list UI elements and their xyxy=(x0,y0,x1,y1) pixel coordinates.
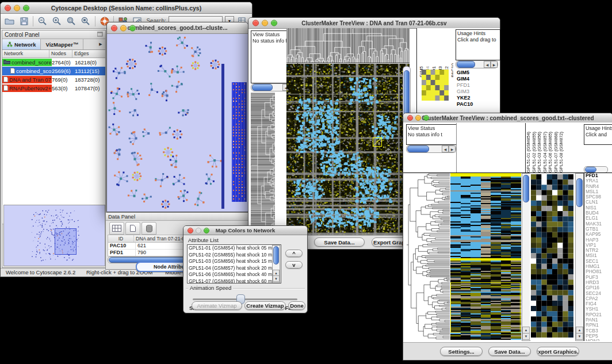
treeview-action-button[interactable]: Settings... xyxy=(440,347,483,356)
scrollbar-thumb[interactable] xyxy=(407,145,429,152)
row-dendrogram-canvas[interactable] xyxy=(251,93,275,240)
network-view-title: combined_scores_good.txt--cluste... xyxy=(128,25,228,31)
create-vizmap-button[interactable]: Create Vizmap xyxy=(244,301,286,310)
close-button[interactable] xyxy=(407,115,413,121)
scrollbar-thumb[interactable] xyxy=(273,246,279,265)
treeview2-window: ClusterMaker TreeView : combined_scores_… xyxy=(403,113,612,361)
treeview2-titlebar[interactable]: ClusterMaker TreeView : combined_scores_… xyxy=(403,113,612,123)
usage-hints-hscrollbar[interactable]: ◀ ▶ xyxy=(456,60,498,68)
scrollbar-thumb[interactable] xyxy=(585,167,596,173)
network-overview-panel[interactable] xyxy=(3,205,105,266)
window-controls xyxy=(5,5,29,11)
scroll-right-icon[interactable]: ▶ xyxy=(491,61,498,68)
move-down-button[interactable]: v xyxy=(285,261,303,269)
row-dendrogram-canvas[interactable] xyxy=(406,173,450,340)
zoom-out-icon[interactable] xyxy=(37,16,48,26)
animation-speed-slider[interactable] xyxy=(193,298,297,300)
minimize-button[interactable] xyxy=(14,5,20,11)
column-dendrogram-canvas[interactable] xyxy=(286,28,410,63)
treeview2-column-labels: GPL51-01 (GSM854)GPL51-02 (GSM855)GPL51-… xyxy=(525,123,568,173)
done-button[interactable]: Done xyxy=(288,301,305,310)
network-tab-icon xyxy=(7,41,13,47)
network-view-titlebar[interactable]: combined_scores_good.txt--cluste... xyxy=(107,22,248,34)
scroll-down-icon[interactable]: ▼ xyxy=(522,333,530,340)
save-icon[interactable] xyxy=(18,16,29,26)
tab-vizmapper[interactable]: VizMapper™ xyxy=(41,39,83,49)
zoom-in-icon[interactable] xyxy=(51,16,62,26)
move-up-button[interactable]: ^ xyxy=(285,250,303,257)
treeview-action-button[interactable]: Save Data... xyxy=(314,237,365,247)
scroll-down-icon[interactable]: ▼ xyxy=(273,275,280,282)
treeview1-title: ClusterMaker TreeView : DNA and Tran 07-… xyxy=(301,20,446,26)
attribute-item[interactable]: GPL51-02 (GSM855) heat shock 10 min xyxy=(188,252,281,259)
scroll-right-icon[interactable]: ▶ xyxy=(449,145,456,152)
gene-label[interactable]: YKE2 xyxy=(457,95,497,101)
gene-label[interactable]: GIM3 xyxy=(457,89,497,95)
network-row[interactable]: DNA and Tran 07 769(0) 183728(0) xyxy=(2,75,105,84)
dialog-titlebar[interactable]: Map Colors to Network xyxy=(183,226,307,235)
zoom-button[interactable] xyxy=(423,115,429,121)
float-panel-icon[interactable] xyxy=(97,32,103,38)
scroll-left-icon[interactable]: ◀ xyxy=(442,145,449,152)
gene-label[interactable]: MON2 xyxy=(586,339,612,341)
animation-speed-label: Animation Speed xyxy=(188,285,233,291)
scrollbar-thumb[interactable] xyxy=(523,175,529,202)
open-file-icon[interactable] xyxy=(4,16,15,26)
treeview1-titlebar[interactable]: ClusterMaker TreeView : DNA and Tran 07-… xyxy=(248,18,500,29)
zoom-selected-icon[interactable] xyxy=(81,16,91,26)
scrollbar-thumb[interactable] xyxy=(576,178,583,207)
scrollbar-thumb[interactable] xyxy=(252,84,273,91)
attribute-list-label: Attribute List xyxy=(188,237,219,243)
network-view-canvas[interactable] xyxy=(107,34,247,211)
zoom-button[interactable] xyxy=(23,5,29,11)
zoom-button[interactable] xyxy=(129,25,136,31)
attribute-item[interactable]: GPL51-06 (GSM865) heat shock 40 min xyxy=(188,271,281,278)
treeview2-button-bar: Settings...Save Data...Export Graphics..… xyxy=(403,342,612,360)
detail-heatmap-canvas[interactable] xyxy=(531,174,573,338)
attribute-table-icon[interactable] xyxy=(109,222,124,235)
close-button[interactable] xyxy=(5,5,11,11)
tab-overflow-icon[interactable]: ▶ xyxy=(96,39,105,49)
network-row[interactable]: RNAPuberNov2+| 563(0) 107847(0) xyxy=(2,84,105,93)
minimize-button[interactable] xyxy=(196,228,201,233)
cytoscape-titlebar[interactable]: Cytoscape Desktop (Session Name: collins… xyxy=(1,2,252,14)
network-row[interactable]: combined_sco 2569(6) 13112(15) xyxy=(2,67,105,75)
gene-label[interactable]: PAC10 xyxy=(457,101,497,108)
heatmap-vscrollbar[interactable]: ▲ ▼ xyxy=(522,173,530,341)
global-heatmap-canvas[interactable] xyxy=(450,173,521,340)
delete-attribute-icon[interactable] xyxy=(141,222,156,235)
attribute-list-vscrollbar[interactable]: ▲ ▼ xyxy=(272,245,280,283)
minimize-button[interactable] xyxy=(262,20,268,26)
scrollbar-thumb[interactable] xyxy=(457,61,475,68)
attribute-item[interactable]: GPL51-01 (GSM854) heat shock 05 min xyxy=(188,245,281,252)
detail-matrix-canvas[interactable] xyxy=(422,70,449,101)
close-button[interactable] xyxy=(253,20,259,26)
gene-label[interactable]: GIM5 xyxy=(457,70,497,76)
control-panel-tabs: Network VizMapper™ ▶ xyxy=(2,39,105,50)
gene-label[interactable]: GIM4 xyxy=(457,76,497,82)
network-row[interactable]: combined_scores 2764(0) 16218(0) xyxy=(2,58,105,67)
tab-network[interactable]: Network xyxy=(2,39,41,49)
scroll-down-icon[interactable]: ▼ xyxy=(576,333,583,340)
network-overview-canvas[interactable] xyxy=(4,205,104,265)
treeview-action-button[interactable]: Save Data... xyxy=(488,347,531,356)
heatmap-canvas[interactable] xyxy=(286,64,410,235)
detail-vscrollbar[interactable]: ▲ ▼ xyxy=(575,173,584,341)
close-button[interactable] xyxy=(111,25,117,31)
attribute-item[interactable]: GPL51-04 (GSM857) heat shock 20 min xyxy=(188,265,281,272)
attribute-item[interactable]: GPL51-07 (GSM868) heat shock 60 min xyxy=(188,278,281,284)
gene-label[interactable]: PFD1 xyxy=(457,82,497,89)
minimize-button[interactable] xyxy=(415,115,421,121)
treeview-action-button[interactable]: Export Graphics... xyxy=(537,347,579,356)
zoom-button[interactable] xyxy=(271,20,277,26)
attribute-item[interactable]: GPL51-03 (GSM856) heat shock 15 min xyxy=(188,258,281,265)
zoom-button[interactable] xyxy=(204,228,209,233)
attribute-list[interactable]: GPL51-01 (GSM854) heat shock 05 minGPL51… xyxy=(187,244,281,283)
minimize-button[interactable] xyxy=(120,25,127,31)
zoom-fit-icon[interactable] xyxy=(66,16,77,26)
close-button[interactable] xyxy=(188,228,193,233)
view-status-hscrollbar[interactable]: ◀ ▶ xyxy=(406,145,456,153)
animate-vizmap-button[interactable]: Animate Vizmap xyxy=(192,301,242,310)
scroll-left-icon[interactable]: ◀ xyxy=(484,61,491,68)
new-attribute-icon[interactable] xyxy=(125,222,140,235)
